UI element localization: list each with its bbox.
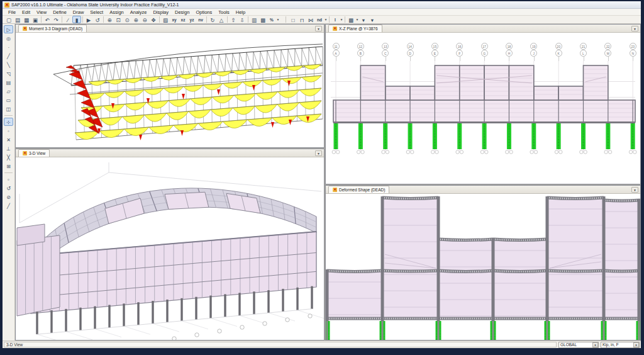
quick-draw-area-icon[interactable]: ◫: [4, 104, 13, 113]
viewport-moment-canvas[interactable]: [16, 33, 324, 147]
redo-icon[interactable]: ↷: [52, 16, 60, 23]
hatch-display-icon[interactable]: ▩: [347, 16, 355, 23]
side-toolbar: ▷◎∙╱╲◹▤▱▭◫⊹◦✕⊥╳⊞▫↺⊘╱: [3, 24, 15, 341]
viewport-deformed: Deformed Shape (DEAD): [325, 185, 641, 341]
set-display-options-icon[interactable]: ▥: [250, 16, 258, 23]
grid-bubble-number: 11: [333, 43, 340, 50]
menu-options[interactable]: Options: [192, 9, 215, 15]
menu-select[interactable]: Select: [87, 9, 106, 15]
quick-draw-secondary-beams-icon[interactable]: ▤: [4, 78, 13, 86]
snap-to-perpendicular-icon[interactable]: ⊥: [4, 144, 13, 152]
snap-to-midpoints-icon[interactable]: ◦: [4, 127, 13, 135]
new-model-icon[interactable]: ▢: [4, 16, 13, 23]
select-all-icon[interactable]: ▫: [4, 175, 13, 183]
draw-frame-element-icon[interactable]: □: [289, 16, 297, 23]
up-one-gridline-icon[interactable]: ⇧: [229, 16, 238, 23]
menu-design[interactable]: Design: [172, 9, 192, 15]
menu-tools[interactable]: Tools: [215, 9, 233, 15]
refresh-window-icon[interactable]: ↺: [93, 16, 102, 23]
coord-system-select[interactable]: GLOBAL: [558, 342, 599, 348]
perspective-toggle-icon[interactable]: △: [217, 16, 226, 23]
restore-full-view-icon[interactable]: ⊡: [114, 16, 123, 23]
viewport-tab-xz[interactable]: X-Z Plane @ Y=3876: [328, 25, 382, 32]
save-model-icon[interactable]: ▦: [22, 16, 31, 23]
status-bar: 3-D View GLOBAL Kip, in, F: [3, 341, 641, 348]
plane-xz-view-icon[interactable]: xz: [179, 16, 187, 23]
menu-display[interactable]: Display: [150, 9, 172, 15]
window-title: SAP2000 v16.1.0 Ultimate - Oklahoma Stat…: [11, 3, 179, 7]
viewport-3d-canvas[interactable]: [16, 157, 324, 340]
scale-dropdown-icon[interactable]: %: [267, 16, 276, 23]
toolbar-separator: [41, 16, 42, 23]
snap-to-joints-icon[interactable]: ⊹: [4, 118, 13, 126]
menu-file[interactable]: File: [5, 9, 19, 15]
select-reshape-icon[interactable]: ◎: [4, 34, 13, 42]
lock-model-icon[interactable]: ▮: [72, 16, 81, 23]
open-file-icon[interactable]: ▤: [13, 16, 22, 23]
rubber-band-zoom-icon[interactable]: ⊕: [105, 16, 114, 23]
viewport-3d-dropdown-button[interactable]: [315, 150, 322, 156]
viewport-xz-titlebar: X-Z Plane @ Y=3876: [326, 25, 640, 33]
zoom-in-one-step-icon[interactable]: ⊕: [131, 16, 140, 23]
snap-to-intersections-icon[interactable]: ✕: [4, 135, 13, 144]
undo-icon[interactable]: ↶: [43, 16, 52, 23]
quick-draw-frame-icon[interactable]: ╲: [4, 60, 13, 69]
menu-define[interactable]: Define: [50, 9, 70, 15]
rotate-3d-view-icon[interactable]: ↻: [208, 16, 217, 23]
get-previous-selection-icon[interactable]: ↺: [4, 184, 13, 192]
menu-analyze[interactable]: Analyze: [127, 9, 150, 15]
viewport-tab-deformed[interactable]: Deformed Shape (DEAD): [328, 186, 389, 193]
menu-edit[interactable]: Edit: [19, 9, 33, 15]
deformed-shape-drawing: [326, 194, 640, 340]
print-icon[interactable]: ▣: [31, 16, 40, 23]
frame-section-view-icon[interactable]: I: [331, 16, 340, 23]
viewport-3d-title: 3-D View: [29, 151, 45, 155]
draw-mode-dropdown-chevron-down-icon[interactable]: ▼: [324, 18, 328, 21]
viewport-deformed-canvas[interactable]: [326, 194, 640, 340]
menu-assign[interactable]: Assign: [106, 9, 127, 15]
scale-dropdown-chevron-down-icon[interactable]: ▼: [276, 18, 280, 21]
snap-to-lines-icon[interactable]: ╳: [4, 153, 13, 161]
quick-draw-frame-icon[interactable]: ⊓: [297, 16, 306, 23]
viewport-moment-dropdown-button[interactable]: [315, 26, 322, 31]
draw-poly-area-icon[interactable]: ▱: [4, 87, 13, 95]
menu-draw[interactable]: Draw: [70, 9, 87, 15]
quick-draw-braces-icon[interactable]: ⋈: [306, 16, 315, 23]
select-pointer-icon[interactable]: ▷: [4, 25, 13, 33]
menu-view[interactable]: View: [33, 9, 50, 15]
units-select[interactable]: Kip, in, F: [601, 342, 640, 348]
previous-zoom-icon[interactable]: ⊙: [123, 16, 131, 23]
more-options-dropdown-2-icon[interactable]: ▾: [368, 16, 377, 23]
snap-to-fine-grid-icon[interactable]: ⊞: [4, 162, 13, 170]
viewport-tab-moment[interactable]: Moment 3-3 Diagram (DEAD): [18, 25, 87, 32]
pan-icon[interactable]: ✥: [149, 16, 158, 23]
draw-frame-cable-icon[interactable]: ╱: [4, 52, 13, 60]
run-analysis-icon[interactable]: ▶: [84, 16, 93, 23]
quick-draw-braces-icon[interactable]: ◹: [4, 69, 13, 77]
draw-rectangular-area-icon[interactable]: ▭: [4, 96, 13, 104]
draw-mode-dropdown-icon[interactable]: nd: [315, 16, 324, 23]
menu-help[interactable]: Help: [233, 9, 248, 15]
grid-bubble-stem: [435, 57, 435, 61]
plane-yz-view-icon[interactable]: yz: [187, 16, 196, 23]
draw-special-joint-icon[interactable]: ∙: [4, 43, 13, 51]
named-view-icon[interactable]: nv: [196, 16, 205, 23]
chevron-down-icon[interactable]: [592, 342, 598, 347]
grid-bubble-letter: H: [506, 50, 513, 57]
viewport-xz-canvas[interactable]: 11A12B13C14D15E16F17G18H19J20K21L22M23N: [326, 33, 640, 184]
grid-bubble-number: 21: [580, 43, 587, 50]
down-one-gridline-icon[interactable]: ⇩: [238, 16, 247, 23]
more-options-dropdown-icon[interactable]: ▾: [359, 16, 368, 23]
plane-xy-view-icon[interactable]: xy: [170, 16, 179, 23]
3d-view-icon[interactable]: ▧: [161, 16, 170, 23]
chevron-down-icon[interactable]: [633, 342, 639, 347]
zoom-out-one-step-icon[interactable]: ⊖: [140, 16, 149, 23]
object-display-icon[interactable]: ▩: [258, 16, 267, 23]
draw-line-icon[interactable]: ∕: [64, 16, 72, 23]
viewport-xz-dropdown-button[interactable]: [631, 26, 638, 31]
viewport-tab-3d[interactable]: 3-D View: [18, 149, 50, 157]
viewport-deformed-dropdown-button[interactable]: [631, 187, 638, 193]
clear-selection-icon[interactable]: ⊘: [4, 193, 13, 201]
set-intersecting-line-select-icon[interactable]: ╱: [4, 201, 13, 210]
frame-section-view-chevron-down-icon[interactable]: ▼: [340, 18, 343, 21]
